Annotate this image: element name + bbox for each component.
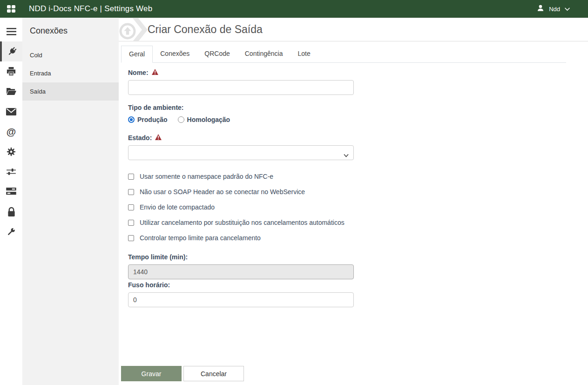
printer-icon[interactable]	[0, 61, 22, 81]
checkbox-controlar-tempo-limite[interactable]	[128, 235, 134, 241]
sidebar-item-saida[interactable]: Saída	[22, 82, 119, 101]
chevron-down-icon	[564, 5, 570, 13]
warning-icon	[152, 69, 158, 76]
tab-contingencia[interactable]: Contingência	[237, 46, 291, 63]
user-menu[interactable]: Ndd	[536, 4, 570, 14]
sidebar-title: Conexões	[22, 26, 119, 46]
app-window: NDD i-Docs NFC-e | Settings Web Ndd	[0, 0, 588, 385]
wrench-icon[interactable]	[0, 222, 22, 242]
icon-rail: @	[0, 18, 22, 385]
tab-conexoes[interactable]: Conexões	[153, 46, 197, 63]
tab-geral[interactable]: Geral	[121, 46, 153, 63]
radio-producao[interactable]: Produção	[128, 116, 168, 123]
app-title: NDD i-Docs NFC-e | Settings Web	[29, 4, 152, 14]
warning-icon	[155, 134, 162, 142]
gear-icon[interactable]	[0, 142, 22, 162]
radio-homologacao-input[interactable]	[178, 116, 184, 123]
user-icon	[536, 4, 545, 14]
grid-logo-icon	[7, 5, 16, 13]
tab-lote[interactable]: Lote	[290, 46, 318, 63]
folder-open-icon[interactable]	[0, 81, 22, 101]
page-title-bar: Criar Conexão de Saída	[119, 18, 588, 41]
checkbox-soap-header-label[interactable]: Não usar o SOAP Header ao se conectar no…	[140, 188, 305, 196]
radio-homologacao[interactable]: Homologação	[178, 116, 230, 123]
nome-input[interactable]	[128, 80, 354, 95]
fuso-horario-label: Fuso horário:	[128, 281, 354, 289]
fuso-horario-input[interactable]	[128, 292, 354, 307]
server-icon[interactable]	[0, 182, 22, 202]
estado-select[interactable]	[128, 145, 354, 160]
tipo-ambiente-label: Tipo de ambiente:	[128, 104, 354, 111]
checkbox-lote-compactado[interactable]	[128, 204, 134, 210]
plug-icon[interactable]	[0, 41, 22, 61]
tab-bar: Geral Conexões QRCode Contingência Lote	[121, 46, 566, 63]
checkbox-controlar-tempo-limite-label[interactable]: Controlar tempo limite para cancelamento	[140, 234, 261, 242]
tipo-ambiente-radios: Produção Homologação	[128, 116, 354, 123]
envelope-icon[interactable]	[0, 101, 22, 122]
cancel-button[interactable]: Cancelar	[183, 366, 244, 381]
tempo-limite-label: Tempo limite (min):	[128, 253, 354, 261]
sidebar-item-entrada[interactable]: Entrada	[22, 64, 119, 82]
sidebar-connections: Conexões Cold Entrada Saída	[22, 18, 119, 385]
user-name: Ndd	[549, 6, 560, 13]
page-title: Criar Conexão de Saída	[148, 23, 263, 36]
estado-label: Estado:	[128, 134, 354, 142]
geral-form: Nome: Tipo de ambiente: Produção	[119, 63, 354, 307]
nome-label: Nome:	[128, 69, 354, 76]
main-content: Criar Conexão de Saída Geral Conexões QR…	[119, 18, 588, 385]
app-header: NDD i-Docs NFC-e | Settings Web Ndd	[0, 0, 588, 18]
checkbox-namespace-label[interactable]: Usar somente o namespace padrão do NFC-e	[140, 173, 273, 180]
tempo-limite-input	[128, 264, 354, 279]
menu-icon[interactable]	[0, 21, 22, 41]
checkbox-cancelamento-substituicao[interactable]	[128, 220, 134, 226]
sliders-icon[interactable]	[0, 162, 22, 182]
checkbox-soap-header[interactable]	[128, 189, 134, 195]
checkbox-namespace[interactable]	[128, 174, 134, 180]
form-actions: Gravar Cancelar	[119, 366, 588, 385]
tab-qrcode[interactable]: QRCode	[197, 46, 237, 63]
sidebar-item-cold[interactable]: Cold	[22, 46, 119, 64]
upload-arrow-icon	[119, 18, 148, 41]
at-sign-icon[interactable]: @	[0, 122, 22, 142]
checkbox-cancelamento-substituicao-label[interactable]: Utilizar cancelamento por substituição n…	[140, 219, 345, 226]
radio-producao-input[interactable]	[128, 116, 135, 123]
lock-icon[interactable]	[0, 202, 22, 222]
app-logo-icon[interactable]	[0, 5, 22, 13]
save-button[interactable]: Gravar	[121, 366, 182, 381]
checkbox-lote-compactado-label[interactable]: Envio de lote compactado	[140, 203, 215, 211]
